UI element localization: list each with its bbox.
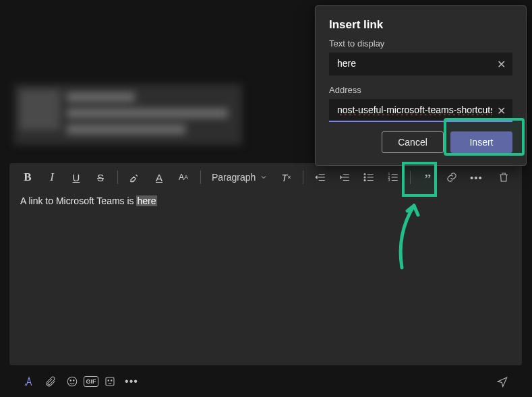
selected-text: here — [136, 195, 156, 206]
cancel-button[interactable]: Cancel — [382, 131, 444, 153]
address-label: Address — [329, 85, 512, 95]
svg-point-0 — [364, 174, 365, 175]
gif-button[interactable]: GIF — [84, 376, 98, 387]
message-text: A link to Microsoft Teams is — [20, 195, 136, 206]
outdent-button[interactable] — [309, 166, 332, 189]
insert-link-dialog: Insert link Text to display ✕ Address ✕ … — [315, 5, 527, 166]
compose-actions-bar: GIF ••• — [9, 369, 522, 394]
toolbar-divider — [410, 171, 411, 184]
send-button[interactable] — [492, 371, 512, 392]
paragraph-style-select[interactable]: Paragraph — [206, 166, 273, 189]
compose-editor: B I U S A AA Paragraph T× 123 ” — [9, 163, 522, 365]
svg-point-1 — [364, 177, 365, 178]
font-size-button[interactable]: AA — [172, 166, 195, 189]
clear-formatting-button[interactable]: T× — [274, 166, 297, 189]
svg-text:3: 3 — [388, 178, 390, 182]
svg-point-11 — [111, 380, 113, 381]
message-body[interactable]: A link to Microsoft Teams is here — [9, 191, 522, 365]
formatting-toolbar: B I U S A AA Paragraph T× 123 ” — [9, 163, 522, 191]
format-button[interactable] — [19, 371, 39, 392]
paragraph-label: Paragraph — [212, 172, 256, 183]
svg-point-10 — [108, 380, 109, 381]
chat-header-blurred — [14, 84, 242, 145]
svg-point-7 — [70, 380, 71, 381]
italic-button[interactable]: I — [40, 166, 63, 189]
underline-button[interactable]: U — [65, 166, 88, 189]
bulleted-list-button[interactable] — [357, 166, 380, 189]
bold-button[interactable]: B — [16, 166, 39, 189]
dialog-title: Insert link — [329, 18, 512, 32]
insert-link-button[interactable] — [440, 166, 463, 189]
delete-draft-button[interactable] — [492, 166, 515, 189]
svg-point-8 — [73, 380, 75, 381]
svg-rect-9 — [106, 377, 114, 386]
more-options-button[interactable]: ••• — [465, 166, 487, 189]
clear-text-icon[interactable]: ✕ — [494, 57, 508, 71]
svg-point-2 — [364, 180, 365, 181]
text-to-display-input[interactable] — [329, 53, 512, 75]
clear-address-icon[interactable]: ✕ — [494, 103, 508, 118]
font-color-button[interactable]: A — [148, 166, 171, 189]
text-to-display-label: Text to display — [329, 38, 512, 49]
attachment-button[interactable] — [40, 371, 61, 392]
numbered-list-button[interactable]: 123 — [382, 166, 405, 189]
highlight-button[interactable] — [123, 166, 146, 189]
toolbar-divider — [117, 171, 118, 184]
indent-button[interactable] — [333, 166, 356, 189]
svg-point-6 — [67, 377, 77, 386]
more-actions-button[interactable]: ••• — [121, 371, 142, 392]
sticker-button[interactable] — [100, 371, 120, 392]
toolbar-divider — [303, 171, 303, 184]
quote-button[interactable]: ” — [416, 168, 439, 191]
insert-button[interactable]: Insert — [450, 131, 512, 153]
address-input[interactable] — [329, 99, 512, 122]
strikethrough-button[interactable]: S — [89, 166, 112, 189]
toolbar-divider — [200, 171, 201, 184]
chevron-down-icon — [260, 173, 268, 181]
emoji-button[interactable] — [62, 371, 82, 392]
